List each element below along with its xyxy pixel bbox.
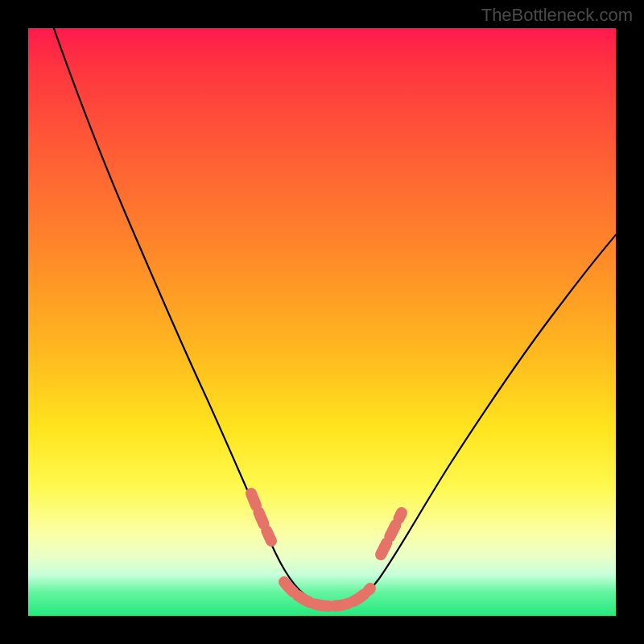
watermark-text: TheBottleneck.com [481,5,633,26]
chart-frame: TheBottleneck.com [0,0,644,644]
bottleneck-curve [52,28,616,605]
beads-bottom [284,582,370,606]
chart-svg [28,28,616,616]
plot-area [28,28,616,616]
beads-left [251,493,271,541]
